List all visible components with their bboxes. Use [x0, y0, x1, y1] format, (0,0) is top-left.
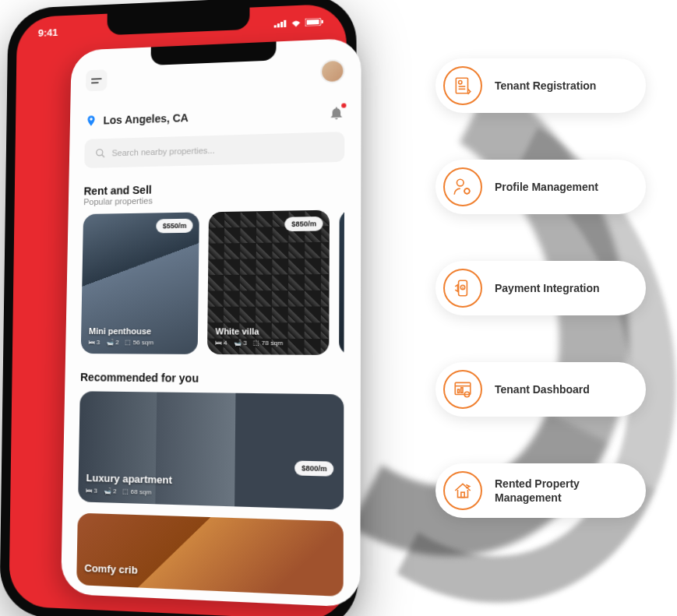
- feature-pill-property: Rented Property Management: [435, 463, 646, 518]
- battery-icon: [305, 17, 323, 26]
- feature-list: Tenant Registration Profile Management $…: [435, 58, 646, 518]
- svg-line-8: [102, 154, 104, 157]
- property-card[interactable]: $550/m Mini penthouse 🛏 3 🛁 2 ⬚ 56 sqm: [81, 212, 199, 354]
- search-icon: [95, 148, 106, 159]
- svg-rect-3: [284, 19, 286, 26]
- dashboard-icon: [443, 370, 482, 409]
- location-pin-icon: [85, 114, 97, 127]
- app-topbar: [86, 59, 345, 93]
- feature-pill-dashboard: Tenant Dashboard: [435, 362, 646, 417]
- status-time: 9:41: [38, 26, 58, 39]
- popular-properties-row[interactable]: $550/m Mini penthouse 🛏 3 🛁 2 ⬚ 56 sqm $…: [81, 209, 344, 355]
- price-tag: $850/m: [285, 216, 323, 231]
- meta-area: ⬚ 78 sqm: [253, 340, 283, 347]
- meta-area: ⬚ 56 sqm: [125, 339, 154, 346]
- search-input[interactable]: Search nearby properties...: [84, 132, 344, 168]
- svg-rect-23: [461, 492, 464, 498]
- meta-area: ⬚ 68 sqm: [122, 488, 151, 496]
- svg-rect-9: [456, 78, 467, 93]
- card-info: White villa 🛏 4 🛁 3 ⬚ 78 sqm: [215, 326, 321, 347]
- signal-icon: [274, 19, 287, 27]
- feature-label: Rented Property Management: [495, 477, 615, 505]
- hamburger-icon: [91, 78, 102, 83]
- property-card[interactable]: $850/m White villa 🛏 4 🛁 3 ⬚ 78 sqm: [207, 210, 330, 355]
- svg-point-10: [459, 81, 462, 84]
- feature-pill-profile: Profile Management: [435, 160, 646, 214]
- svg-rect-1: [277, 23, 280, 27]
- app-screen: Los Angeles, CA Search nearby properties…: [61, 38, 361, 607]
- property-name: Mini penthouse: [89, 326, 190, 336]
- section-title-recommended: Recommended for you: [80, 371, 344, 386]
- profile-icon: [443, 167, 482, 206]
- card-info: Mini penthouse 🛏 3 🛁 2 ⬚ 56 sqm: [89, 326, 190, 347]
- svg-rect-5: [307, 19, 319, 25]
- price-tag: $800/m: [295, 461, 334, 477]
- phone-frame-front: Los Angeles, CA Search nearby properties…: [61, 38, 361, 607]
- meta-bed: 🛏 3: [86, 487, 97, 495]
- menu-button[interactable]: [86, 69, 108, 91]
- property-image: [339, 209, 344, 355]
- price-tag: $550/m: [157, 219, 193, 234]
- payment-icon: $: [443, 269, 482, 308]
- location-text: Los Angeles, CA: [103, 111, 189, 126]
- property-name: White villa: [215, 326, 320, 336]
- feature-pill-payment: $ Payment Integration: [435, 261, 646, 315]
- svg-rect-6: [322, 19, 323, 23]
- property-card-wide[interactable]: Comfy crib: [76, 513, 344, 597]
- location-row: Los Angeles, CA: [85, 104, 344, 128]
- svg-point-13: [457, 179, 464, 186]
- notification-dot: [341, 103, 346, 107]
- feature-label: Tenant Dashboard: [495, 382, 590, 396]
- avatar[interactable]: [320, 59, 344, 83]
- svg-rect-21: [461, 388, 463, 393]
- property-meta: 🛏 3 🛁 2 ⬚ 56 sqm: [89, 339, 190, 347]
- feature-label: Profile Management: [495, 180, 598, 194]
- status-icons: [274, 16, 323, 30]
- property-card-wide[interactable]: $800/m Luxury apartment 🛏 3 🛁 2 ⬚ 68 sqm: [78, 391, 344, 509]
- meta-bath: 🛁 2: [106, 339, 119, 346]
- svg-rect-0: [274, 25, 277, 27]
- registration-icon: [443, 66, 482, 105]
- property-icon: [443, 471, 482, 510]
- meta-bath: 🛁 3: [234, 340, 247, 347]
- property-card[interactable]: Mo: [339, 209, 344, 355]
- meta-bath: 🛁 2: [104, 488, 117, 495]
- wifi-icon: [291, 18, 302, 26]
- feature-pill-registration: Tenant Registration: [435, 58, 646, 113]
- meta-bed: 🛏 3: [89, 339, 100, 346]
- feature-label: Payment Integration: [495, 281, 600, 295]
- property-meta: 🛏 4 🛁 3 ⬚ 78 sqm: [215, 340, 320, 347]
- meta-bed: 🛏 4: [215, 340, 227, 347]
- notifications-button[interactable]: [328, 104, 344, 121]
- svg-rect-20: [458, 389, 460, 392]
- search-placeholder: Search nearby properties...: [111, 146, 214, 157]
- feature-label: Tenant Registration: [495, 79, 596, 93]
- svg-rect-2: [280, 21, 283, 26]
- location-selector[interactable]: Los Angeles, CA: [85, 111, 189, 127]
